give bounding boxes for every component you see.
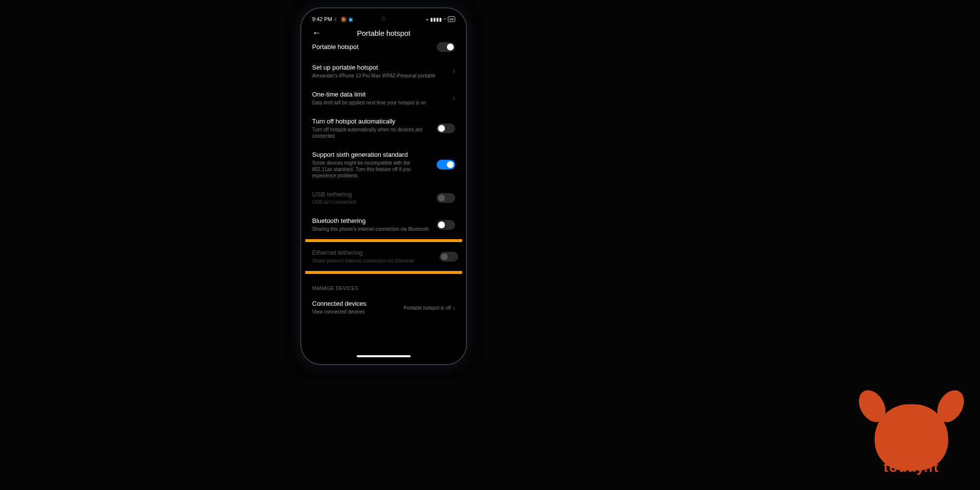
setting-subtitle: Sharing this phone's internet connection… <box>312 226 432 232</box>
phone-frame: 9:42 PM ☾ 🔕 ▣ ⌁ ▮▮▮▮ ⌔ 94 ← Portable hot… <box>300 7 467 365</box>
bluetooth-icon: ⌁ <box>426 17 429 22</box>
setting-title: Turn off hotspot automatically <box>312 118 432 126</box>
toggle-usb-tethering <box>437 193 455 203</box>
setting-bluetooth-tethering[interactable]: Bluetooth tethering Sharing this phone's… <box>312 211 455 238</box>
phone-screen: 9:42 PM ☾ 🔕 ▣ ⌁ ▮▮▮▮ ⌔ 94 ← Portable hot… <box>305 12 462 360</box>
setting-portable-hotspot[interactable]: Portable hotspot <box>312 42 455 58</box>
setting-subtitle: Data limit will be applied next time you… <box>312 99 448 106</box>
setting-subtitle: Share phone's internet connection via Et… <box>312 258 435 264</box>
setting-subtitle: Some devices might be incompatible with … <box>312 160 432 179</box>
toggle-portable-hotspot[interactable] <box>437 42 455 52</box>
setting-title: USB tethering <box>312 191 432 199</box>
setting-subtitle: USB isn't connected <box>312 199 432 205</box>
setting-subtitle: Alexander's iPhone 13 Pro Max WPA2-Perso… <box>312 73 448 79</box>
setting-title: Connected devices <box>312 300 399 308</box>
setting-auto-off[interactable]: Turn off hotspot automatically Turn off … <box>312 112 455 145</box>
app-icon: ▣ <box>348 17 353 22</box>
battery-icon: 94 <box>448 16 455 22</box>
toggle-ethernet-tethering <box>440 252 458 262</box>
chevron-right-icon: › <box>453 304 455 312</box>
section-header-manage-devices: MANAGE DEVICES <box>305 275 462 294</box>
signal-icon: ▮▮▮▮ <box>430 17 442 22</box>
setting-title: Bluetooth tethering <box>312 217 432 225</box>
setting-data-limit[interactable]: One-time data limit Data limit will be a… <box>312 85 455 112</box>
status-time: 9:42 PM <box>312 16 332 22</box>
setting-sixth-gen[interactable]: Support sixth generation standard Some d… <box>312 145 455 185</box>
volume-button <box>466 67 467 92</box>
mute-icon: 🔕 <box>341 17 346 22</box>
power-button <box>466 136 467 175</box>
status-text: Portable hotspot is off <box>404 305 451 311</box>
toggle-auto-off[interactable] <box>437 123 455 133</box>
setting-title: Support sixth generation standard <box>312 151 432 159</box>
camera-hole <box>381 16 386 21</box>
setting-title: Ethernet tethering <box>312 249 435 257</box>
setting-subtitle: View connected devices <box>312 309 399 315</box>
dnd-icon: ☾ <box>334 17 339 22</box>
settings-list: Portable hotspot Set up portable hotspot… <box>305 42 462 238</box>
setting-subtitle: Turn off hotspot automatically when no d… <box>312 126 432 139</box>
page-title: Portable hotspot <box>312 29 455 37</box>
back-arrow-icon[interactable]: ← <box>312 28 321 38</box>
chevron-right-icon: › <box>453 94 455 102</box>
page-header: ← Portable hotspot <box>305 22 462 42</box>
watermark-brand: XIAOMI <box>858 446 965 463</box>
setting-title: One-time data limit <box>312 91 448 99</box>
watermark: XIAOMI today.it <box>858 382 965 475</box>
toggle-bluetooth-tethering[interactable] <box>437 220 455 230</box>
toggle-sixth-gen[interactable] <box>437 160 455 170</box>
setting-setup-hotspot[interactable]: Set up portable hotspot Alexander's iPho… <box>312 58 455 85</box>
setting-usb-tethering: USB tethering USB isn't connected <box>312 185 455 212</box>
highlighted-ethernet-tethering: Ethernet tethering Share phone's interne… <box>305 239 462 274</box>
setting-title: Set up portable hotspot <box>312 64 448 72</box>
wifi-icon: ⌔ <box>443 17 446 22</box>
chevron-right-icon: › <box>453 67 455 75</box>
setting-title: Portable hotspot <box>312 43 432 51</box>
home-indicator[interactable] <box>357 355 411 357</box>
setting-connected-devices[interactable]: Connected devices View connected devices… <box>312 294 455 321</box>
